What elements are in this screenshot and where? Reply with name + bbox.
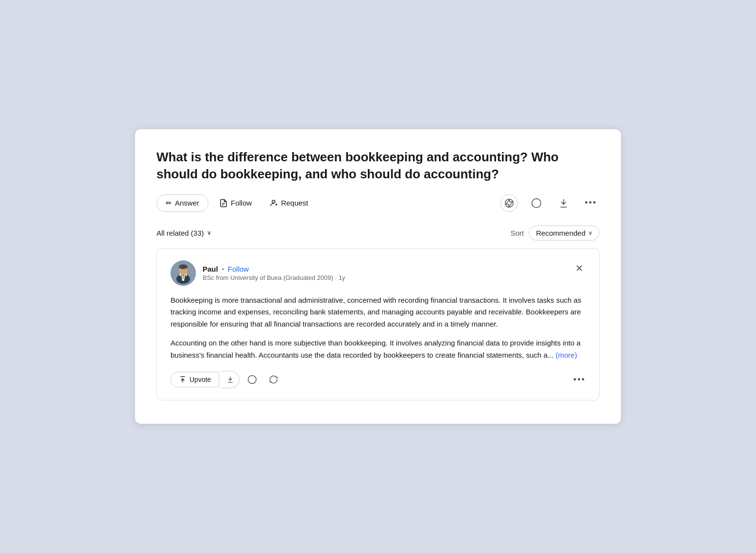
- avatar: [171, 260, 196, 286]
- related-chevron: ∨: [207, 229, 211, 236]
- request-button[interactable]: Request: [262, 195, 315, 211]
- related-text: All related (33): [156, 229, 204, 237]
- action-bar-left: ✏ Answer Follow Request: [156, 194, 315, 212]
- downvote-button[interactable]: [555, 194, 572, 212]
- lightning-icon: [504, 198, 514, 208]
- answer-icon: ✏: [166, 199, 172, 207]
- comment-button[interactable]: [528, 194, 545, 212]
- author-follow-button[interactable]: Follow: [228, 265, 249, 273]
- related-bar: All related (33) ∨ Sort Recommended ∨: [156, 225, 600, 241]
- footer-left: Upvote: [171, 371, 282, 388]
- related-label[interactable]: All related (33) ∨: [156, 229, 211, 237]
- answer-share-icon: [269, 375, 278, 384]
- more-button[interactable]: •••: [582, 194, 600, 212]
- downvote-icon: [558, 198, 569, 208]
- author-info: Paul · Follow BSc from University of Bue…: [203, 265, 345, 281]
- more-link[interactable]: (more): [556, 351, 577, 359]
- lightning-button[interactable]: [500, 194, 518, 212]
- follow-icon: [219, 199, 228, 207]
- answer-label: Answer: [175, 199, 199, 207]
- author-separator: ·: [222, 265, 224, 273]
- question-title: What is the difference between bookkeepi…: [156, 149, 600, 183]
- sort-label: Sort: [511, 229, 524, 237]
- upvote-label: Upvote: [189, 376, 211, 383]
- action-bar: ✏ Answer Follow Request: [156, 194, 600, 212]
- answer-footer: Upvote: [171, 371, 585, 388]
- sort-button[interactable]: Recommended ∨: [529, 225, 600, 241]
- answer-comment-button[interactable]: [243, 371, 261, 388]
- close-button[interactable]: ✕: [573, 260, 585, 276]
- svg-point-0: [272, 200, 275, 203]
- answer-more-button[interactable]: •••: [573, 375, 585, 385]
- follow-label: Follow: [231, 199, 252, 207]
- answer-card: Paul · Follow BSc from University of Bue…: [156, 248, 600, 401]
- comment-icon: [531, 198, 542, 208]
- main-card: What is the difference between bookkeepi…: [135, 129, 621, 424]
- upvote-icon: [179, 376, 187, 383]
- follow-button[interactable]: Follow: [212, 195, 258, 211]
- author-meta: BSc from University of Buea (Graduated 2…: [203, 274, 345, 281]
- svg-point-4: [532, 199, 541, 207]
- answer-paragraph-1: Bookkeeping is more transactional and ad…: [171, 294, 585, 330]
- author-name: Paul: [203, 265, 218, 273]
- upvote-button[interactable]: Upvote: [171, 372, 219, 387]
- sort-container: Sort Recommended ∨: [511, 225, 600, 241]
- more-dots: •••: [585, 198, 597, 208]
- answer-button[interactable]: ✏ Answer: [156, 194, 208, 212]
- author-name-row: Paul · Follow: [203, 265, 345, 273]
- answer-share-button[interactable]: [265, 371, 282, 388]
- answer-downvote-icon: [226, 376, 234, 383]
- answer-paragraph-2: Accounting on the other hand is more sub…: [171, 337, 585, 362]
- action-bar-right: •••: [500, 194, 600, 212]
- answer-downvote-button[interactable]: [221, 371, 240, 388]
- svg-point-11: [179, 264, 188, 269]
- answer-comment-icon: [247, 375, 257, 384]
- answer-header: Paul · Follow BSc from University of Bue…: [171, 260, 585, 286]
- sort-chevron: ∨: [588, 230, 592, 236]
- request-icon: [269, 199, 278, 207]
- request-label: Request: [281, 199, 308, 207]
- sort-value: Recommended: [536, 229, 585, 237]
- answer-author: Paul · Follow BSc from University of Bue…: [171, 260, 345, 286]
- svg-point-18: [248, 376, 257, 384]
